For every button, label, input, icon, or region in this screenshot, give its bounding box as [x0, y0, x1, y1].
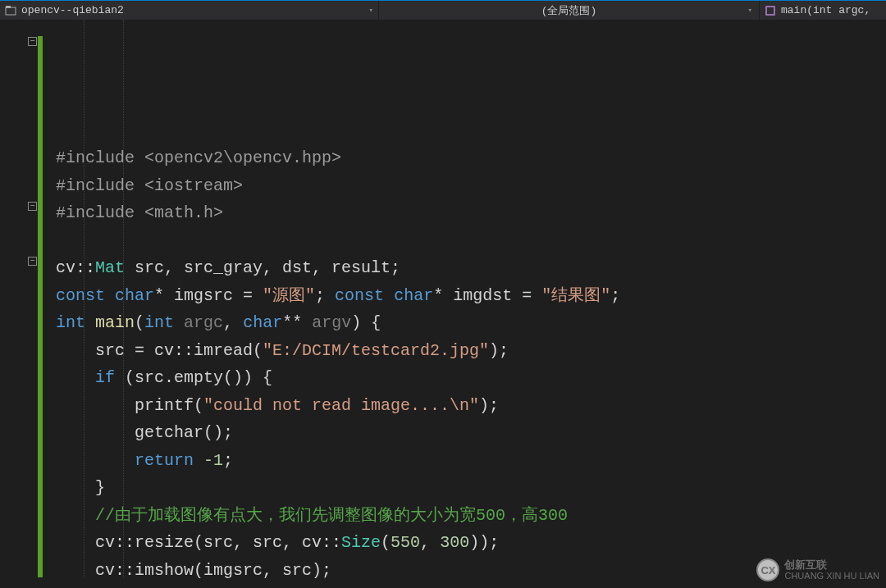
watermark-text: 创新互联 CHUANG XIN HU LIAN — [784, 559, 879, 581]
watermark-logo: CX — [756, 558, 779, 581]
chevron-down-icon: ▾ — [369, 6, 373, 15]
code-line[interactable]: //由于加载图像有点大，我们先调整图像的大小为宽500，高300 — [56, 502, 620, 530]
code-line[interactable]: cv::imshow(imgsrc, src); — [56, 557, 620, 585]
code-line[interactable] — [56, 227, 620, 255]
code-line[interactable]: if (src.empty()) { — [56, 364, 620, 392]
code-line[interactable]: int main(int argc, char** argv) { — [56, 309, 620, 337]
function-icon — [765, 5, 776, 16]
navigation-bar: opencv--qiebian2 ▾ (全局范围) ▾ main(int arg… — [0, 0, 886, 20]
function-name: main(int argc, — [781, 4, 870, 16]
code-line[interactable]: getchar(); — [56, 419, 620, 447]
code-line[interactable]: cv::resize(src, src, cv::Size(550, 300))… — [56, 529, 620, 557]
code-line[interactable]: //把源图转为灰度图 — [56, 584, 620, 588]
fold-toggle[interactable]: − — [28, 202, 37, 211]
code-line[interactable]: return -1; — [56, 447, 620, 475]
editor-area: −−− #include <opencv2\opencv.hpp>#includ… — [0, 20, 886, 588]
svg-rect-2 — [766, 7, 774, 15]
code-line[interactable]: #include <opencv2\opencv.hpp> — [56, 144, 620, 172]
project-icon — [5, 5, 16, 16]
indent-guide — [123, 20, 124, 577]
gutter: −−− — [0, 20, 43, 588]
code-line[interactable]: #include <math.h> — [56, 199, 620, 227]
scope-label: (全局范围) — [541, 3, 597, 18]
code-line[interactable]: const char* imgsrc = "源图"; const char* i… — [56, 282, 620, 310]
svg-rect-0 — [6, 7, 16, 15]
scope-dropdown[interactable]: (全局范围) ▾ — [379, 1, 760, 20]
function-dropdown[interactable]: main(int argc, — [760, 1, 886, 20]
code-line[interactable]: } — [56, 474, 620, 502]
chevron-down-icon: ▾ — [748, 6, 752, 15]
indent-guide — [84, 20, 84, 577]
project-name: opencv--qiebian2 — [21, 4, 124, 16]
code-line[interactable]: cv::Mat src, src_gray, dst, result; — [56, 254, 620, 282]
project-dropdown[interactable]: opencv--qiebian2 ▾ — [0, 1, 379, 20]
watermark: CX 创新互联 CHUANG XIN HU LIAN — [756, 558, 879, 581]
fold-toggle[interactable]: − — [28, 37, 37, 46]
code-line[interactable]: #include <iostream> — [56, 172, 620, 200]
code-line[interactable]: src = cv::imread("E:/DCIM/testcard2.jpg"… — [56, 337, 620, 365]
fold-toggle[interactable]: − — [28, 257, 37, 266]
code-editor[interactable]: #include <opencv2\opencv.hpp>#include <i… — [43, 20, 620, 588]
code-line[interactable]: printf("could not read image....\n"); — [56, 392, 620, 420]
svg-rect-1 — [6, 6, 11, 8]
